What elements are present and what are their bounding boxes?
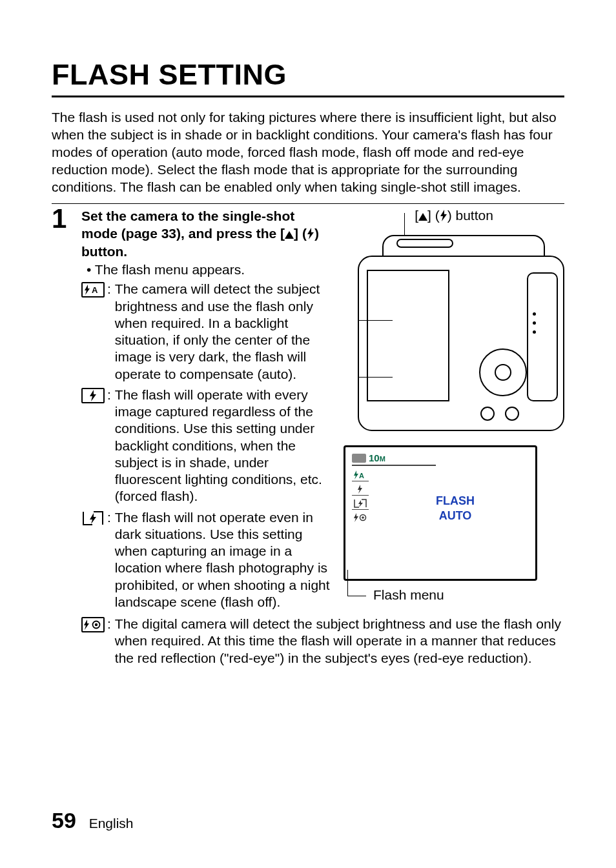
svg-text:A: A bbox=[92, 285, 98, 295]
svg-marker-1 bbox=[85, 285, 90, 295]
page-footer: 59 English bbox=[52, 808, 134, 833]
dpad-icon bbox=[479, 348, 527, 396]
flash-menu-caption: Flash menu bbox=[344, 587, 564, 603]
svg-point-15 bbox=[95, 623, 98, 626]
colon: : bbox=[106, 509, 115, 526]
btn-label-c: ) button bbox=[447, 208, 493, 223]
step-heading: Set the camera to the single-shot mode (… bbox=[81, 208, 332, 260]
screen-label-line2: AUTO bbox=[404, 509, 507, 523]
svg-marker-10 bbox=[354, 513, 358, 522]
intro-paragraph: The flash is used not only for taking pi… bbox=[52, 109, 564, 196]
step-head-a: Set the camera to the single-shot mode (… bbox=[81, 208, 294, 240]
page-number: 59 bbox=[52, 808, 76, 833]
flash-icon bbox=[440, 209, 447, 225]
step-bullet: • The flash menu appears. bbox=[87, 261, 332, 278]
resolution-indicator: 10M bbox=[369, 452, 385, 463]
svg-marker-0 bbox=[307, 228, 314, 239]
flash-mode-off: : The flash will not operate even in dar… bbox=[81, 509, 332, 611]
svg-marker-9 bbox=[358, 500, 363, 507]
flash-mode-forced: : The flash will operate with every imag… bbox=[81, 387, 332, 505]
screen-flash-auto-icon: A bbox=[352, 469, 369, 481]
camera-screen-illustration: 10M A bbox=[344, 445, 537, 581]
divider bbox=[52, 203, 564, 204]
resolution-suffix: M bbox=[380, 455, 385, 463]
step-head-b: ] ( bbox=[294, 226, 307, 241]
btn-label-b: ] ( bbox=[427, 208, 440, 223]
svg-marker-6 bbox=[354, 470, 358, 479]
svg-marker-4 bbox=[90, 513, 96, 524]
colon: : bbox=[106, 387, 115, 403]
svg-text:A: A bbox=[359, 472, 364, 479]
colon: : bbox=[106, 281, 115, 298]
svg-marker-8 bbox=[358, 485, 362, 494]
svg-marker-5 bbox=[440, 210, 447, 221]
screen-mode-label: FLASH AUTO bbox=[404, 494, 507, 523]
flash-redeye-text: The digital camera will detect the subje… bbox=[115, 616, 564, 667]
screen-flash-redeye-icon bbox=[352, 511, 369, 524]
resolution-number: 10 bbox=[369, 452, 380, 463]
button-callout-label: [] () button bbox=[344, 208, 564, 225]
flash-auto-text: The camera will detect the subject brigh… bbox=[115, 281, 332, 383]
flash-forced-icon bbox=[81, 388, 105, 403]
screen-flash-off-icon bbox=[352, 497, 369, 510]
flash-icon bbox=[307, 227, 314, 243]
flash-auto-icon: A bbox=[81, 282, 105, 298]
step-bullet-text: The flash menu appears. bbox=[95, 262, 245, 277]
flash-off-icon bbox=[81, 510, 105, 526]
colon: : bbox=[106, 616, 115, 632]
camera-illustration bbox=[344, 230, 564, 436]
page-title: FLASH SETTING bbox=[52, 58, 564, 97]
screen-flash-forced-icon bbox=[352, 483, 369, 496]
camera-mode-icon bbox=[352, 454, 366, 463]
up-triangle-icon bbox=[285, 231, 294, 239]
step-number: 1 bbox=[52, 207, 70, 231]
flash-off-text: The flash will not operate even in dark … bbox=[115, 509, 332, 611]
flash-forced-text: The flash will operate with every image … bbox=[115, 387, 332, 505]
up-triangle-icon bbox=[418, 213, 427, 221]
svg-marker-3 bbox=[90, 390, 96, 401]
page-language: English bbox=[89, 816, 134, 831]
flash-mode-redeye: : The digital camera will detect the sub… bbox=[81, 616, 564, 667]
svg-point-12 bbox=[362, 517, 364, 520]
svg-marker-13 bbox=[84, 620, 89, 630]
flash-redeye-icon bbox=[81, 617, 105, 632]
screen-label-line1: FLASH bbox=[404, 494, 507, 509]
flash-mode-auto: A : The camera will detect the subject b… bbox=[81, 281, 332, 383]
